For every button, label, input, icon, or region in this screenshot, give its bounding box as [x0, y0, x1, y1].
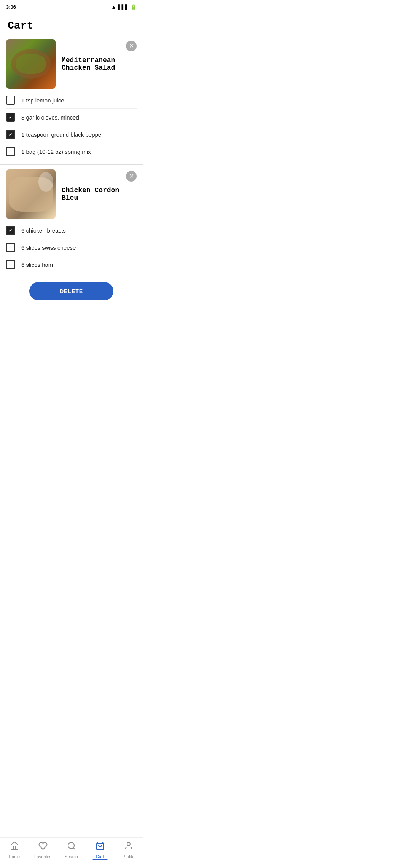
ingredient-swiss-cheese-text: 6 slices swiss cheese	[21, 244, 76, 251]
nav-home[interactable]: Home	[3, 841, 26, 860]
remove-item-1-button[interactable]: ✕	[126, 41, 137, 51]
checkbox-chicken-breasts[interactable]	[6, 226, 15, 235]
checkbox-black-pepper[interactable]	[6, 130, 15, 139]
checkbox-spring-mix[interactable]	[6, 147, 15, 156]
ingredient-list-2: 6 chicken breasts 6 slices swiss cheese …	[0, 222, 143, 273]
checkbox-garlic[interactable]	[6, 113, 15, 122]
ingredient-swiss-cheese: 6 slices swiss cheese	[6, 239, 137, 256]
item-title-2: Chicken Cordon Bleu	[56, 187, 137, 202]
svg-line-1	[73, 848, 75, 849]
item-image-chicken	[6, 169, 56, 219]
nav-search[interactable]: Search	[60, 841, 83, 860]
svg-point-3	[127, 842, 130, 846]
signal-icon: ▌▌▌	[118, 4, 129, 10]
ingredient-black-pepper-text: 1 teaspoon ground black pepper	[21, 131, 103, 138]
item-header-1: MediterraneanChicken Salad ✕	[0, 39, 143, 89]
nav-home-label: Home	[9, 854, 20, 859]
nav-profile-label: Profile	[123, 854, 134, 859]
nav-cart[interactable]: Cart	[89, 841, 112, 860]
status-time: 3:06	[6, 4, 16, 10]
ingredient-lemon-juice: 1 tsp lemon juice	[6, 92, 137, 109]
svg-point-0	[68, 842, 74, 849]
ingredient-garlic: 3 garlic cloves, minced	[6, 109, 137, 126]
ingredient-ham-text: 6 slices ham	[21, 262, 53, 268]
item-title-1: MediterraneanChicken Salad	[56, 56, 137, 72]
search-icon	[67, 841, 76, 853]
nav-cart-indicator	[92, 859, 108, 860]
cart-icon	[96, 841, 105, 853]
cart-item-chicken-cordon-bleu: Chicken Cordon Bleu ✕ 6 chicken breasts …	[0, 169, 143, 273]
wifi-icon: ▲	[111, 4, 116, 10]
ingredient-garlic-text: 3 garlic cloves, minced	[21, 114, 79, 121]
status-bar: 3:06 ▲ ▌▌▌ 🔋	[0, 0, 143, 14]
nav-favorites[interactable]: Favorites	[32, 841, 54, 860]
ingredient-chicken-breasts: 6 chicken breasts	[6, 222, 137, 239]
nav-search-label: Search	[65, 854, 78, 859]
nav-cart-label: Cart	[96, 854, 104, 859]
favorites-icon	[38, 841, 48, 853]
item-image-salad	[6, 39, 56, 89]
ingredient-list-1: 1 tsp lemon juice 3 garlic cloves, mince…	[0, 92, 143, 160]
bottom-nav: Home Favorites Search Cart	[0, 837, 143, 868]
cart-item-mediterranean-chicken-salad: MediterraneanChicken Salad ✕ 1 tsp lemon…	[0, 39, 143, 160]
profile-icon	[124, 841, 133, 853]
checkbox-swiss-cheese[interactable]	[6, 243, 15, 252]
ingredient-black-pepper: 1 teaspoon ground black pepper	[6, 126, 137, 143]
remove-item-2-button[interactable]: ✕	[126, 171, 137, 182]
status-icons: ▲ ▌▌▌ 🔋	[111, 4, 137, 10]
checkbox-ham[interactable]	[6, 260, 15, 269]
ingredient-ham: 6 slices ham	[6, 256, 137, 273]
checkbox-lemon-juice[interactable]	[6, 96, 15, 105]
ingredient-lemon-juice-text: 1 tsp lemon juice	[21, 97, 64, 104]
divider-1	[0, 164, 143, 165]
content-area: Cart MediterraneanChicken Salad ✕ 1 tsp …	[0, 14, 143, 348]
page-title: Cart	[0, 14, 143, 35]
nav-favorites-label: Favorites	[34, 854, 51, 859]
nav-profile[interactable]: Profile	[117, 841, 140, 860]
ingredient-chicken-breasts-text: 6 chicken breasts	[21, 227, 66, 234]
home-icon	[10, 841, 19, 853]
item-header-2: Chicken Cordon Bleu ✕	[0, 169, 143, 219]
delete-button[interactable]: DELETE	[29, 282, 113, 300]
ingredient-spring-mix-text: 1 bag (10-12 oz) spring mix	[21, 148, 91, 155]
ingredient-spring-mix: 1 bag (10-12 oz) spring mix	[6, 143, 137, 160]
battery-icon: 🔋	[131, 4, 137, 10]
